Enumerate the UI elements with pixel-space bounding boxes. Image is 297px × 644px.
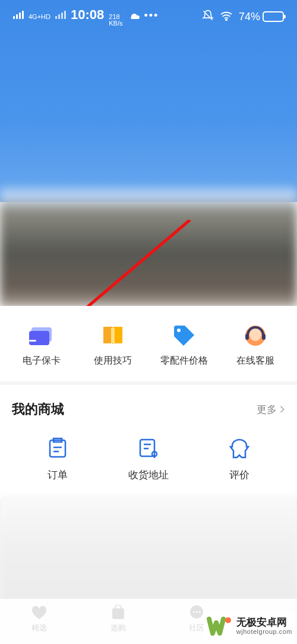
card-icon	[27, 324, 56, 348]
book-icon	[99, 324, 127, 348]
tab-shop[interactable]: 选购	[109, 605, 127, 633]
svg-point-24	[225, 617, 231, 623]
more-link[interactable]: 更多	[257, 403, 285, 416]
bag-icon	[109, 605, 127, 620]
network-label: 4G+HD	[29, 14, 50, 20]
battery-percent: 74%	[239, 11, 260, 23]
order-icon	[46, 436, 69, 460]
mall-item-orders[interactable]: 订单	[12, 436, 103, 482]
mall-item-label: 收货地址	[128, 468, 169, 482]
watermark-title: 无极安卓网	[236, 617, 292, 629]
tab-label: 选购	[110, 623, 126, 633]
quick-action-tips[interactable]: 使用技巧	[77, 324, 148, 367]
bell-muted-icon	[202, 10, 214, 24]
section-title: 我的商城	[12, 400, 64, 418]
header-background: 4G+HD 10:08 218 KB/s ••• 74%	[0, 0, 297, 202]
svg-point-21	[193, 611, 195, 613]
mall-item-label: 订单	[48, 468, 68, 482]
tab-featured[interactable]: 精选	[30, 605, 48, 633]
svg-rect-19	[112, 608, 124, 619]
quick-action-service[interactable]: 在线客服	[220, 324, 291, 367]
weather-icon	[128, 10, 140, 22]
watermark: 无极安卓网 wjhotelgroup.com	[204, 612, 295, 640]
svg-rect-6	[111, 328, 115, 343]
heart-icon	[30, 605, 48, 620]
svg-point-7	[177, 329, 181, 332]
svg-point-23	[199, 611, 201, 613]
content-blur-region	[0, 188, 297, 307]
watermark-logo-icon	[207, 613, 233, 639]
agent-icon	[241, 324, 270, 348]
signal-icon	[13, 11, 24, 19]
mall-item-label: 评价	[229, 468, 249, 482]
chat-icon	[188, 605, 206, 620]
chevron-right-icon	[279, 405, 285, 413]
quick-action-label: 电子保卡	[23, 355, 61, 367]
quick-action-label: 零配件价格	[160, 355, 208, 367]
signal-icon	[55, 11, 66, 19]
tag-icon	[170, 324, 198, 348]
svg-rect-11	[262, 334, 266, 340]
mall-item-address[interactable]: 收货地址	[103, 436, 194, 482]
quick-action-ecard[interactable]: 电子保卡	[6, 324, 77, 367]
content-blur-region	[0, 494, 297, 601]
watermark-subtitle: wjhotelgroup.com	[236, 628, 292, 635]
svg-point-0	[226, 19, 227, 20]
tab-community[interactable]: 社区	[188, 605, 206, 633]
svg-rect-5	[29, 340, 36, 342]
network-speed: 218 KB/s	[109, 14, 122, 27]
address-icon	[137, 436, 160, 460]
wifi-icon	[220, 10, 233, 24]
more-dots-icon: •••	[144, 10, 159, 22]
mall-item-review[interactable]: 评价	[194, 436, 285, 482]
svg-rect-10	[245, 334, 249, 340]
tab-label: 精选	[31, 623, 47, 633]
my-mall-section: 我的商城 更多 订单 收货地址 评价	[0, 385, 297, 498]
svg-point-22	[196, 611, 198, 613]
quick-action-label: 在线客服	[236, 355, 274, 367]
svg-rect-4	[29, 331, 49, 345]
clock-time: 10:08	[71, 7, 104, 23]
tab-label: 社区	[189, 623, 204, 633]
review-icon	[228, 436, 251, 460]
status-bar: 4G+HD 10:08 218 KB/s ••• 74%	[0, 0, 297, 29]
quick-action-parts[interactable]: 零配件价格	[148, 324, 220, 367]
quick-action-label: 使用技巧	[94, 355, 132, 367]
battery-indicator: 74%	[239, 11, 284, 23]
quick-actions-row: 电子保卡 使用技巧 零配件价格 在线客服	[0, 306, 297, 381]
